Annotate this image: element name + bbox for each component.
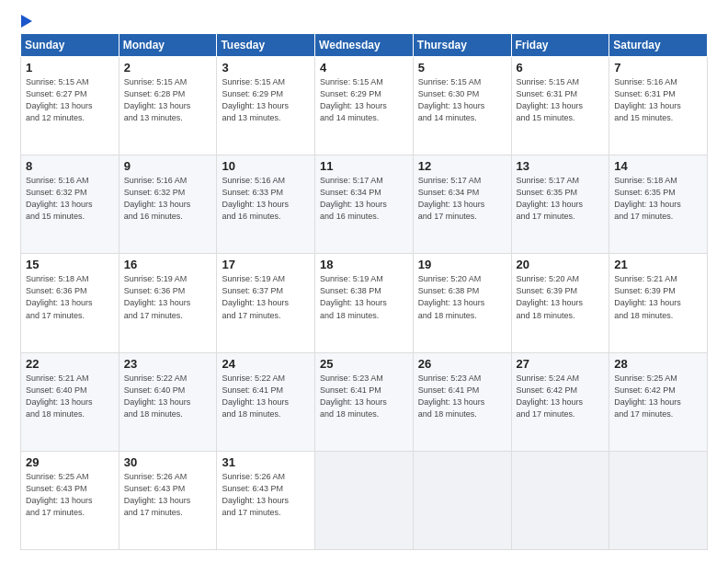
calendar-cell: 8Sunrise: 5:16 AM Sunset: 6:32 PM Daylig… [21, 155, 119, 254]
calendar-cell: 31Sunrise: 5:26 AM Sunset: 6:43 PM Dayli… [217, 451, 315, 549]
logo [20, 17, 32, 28]
calendar-cell: 14Sunrise: 5:18 AM Sunset: 6:35 PM Dayli… [609, 155, 708, 254]
calendar-cell: 29Sunrise: 5:25 AM Sunset: 6:43 PM Dayli… [21, 451, 119, 549]
calendar-cell: 20Sunrise: 5:20 AM Sunset: 6:39 PM Dayli… [511, 254, 609, 352]
day-info: Sunrise: 5:15 AM Sunset: 6:29 PM Dayligh… [222, 76, 310, 124]
day-info: Sunrise: 5:23 AM Sunset: 6:41 PM Dayligh… [320, 373, 408, 420]
calendar-cell: 12Sunrise: 5:17 AM Sunset: 6:34 PM Dayli… [413, 155, 511, 254]
day-number: 17 [222, 258, 310, 271]
day-number: 1 [26, 61, 114, 75]
col-header-friday: Friday [511, 34, 609, 57]
day-number: 10 [222, 159, 310, 173]
day-number: 9 [124, 159, 212, 173]
day-info: Sunrise: 5:26 AM Sunset: 6:43 PM Dayligh… [124, 471, 212, 519]
day-info: Sunrise: 5:15 AM Sunset: 6:30 PM Dayligh… [418, 76, 506, 124]
day-info: Sunrise: 5:16 AM Sunset: 6:33 PM Dayligh… [222, 175, 310, 223]
calendar-table: SundayMondayTuesdayWednesdayThursdayFrid… [20, 33, 708, 550]
day-number: 31 [222, 455, 310, 469]
header [20, 17, 708, 28]
day-info: Sunrise: 5:25 AM Sunset: 6:42 PM Dayligh… [614, 373, 702, 420]
calendar-cell: 17Sunrise: 5:19 AM Sunset: 6:37 PM Dayli… [217, 254, 315, 352]
calendar-cell: 19Sunrise: 5:20 AM Sunset: 6:38 PM Dayli… [413, 254, 511, 352]
day-info: Sunrise: 5:15 AM Sunset: 6:28 PM Dayligh… [124, 76, 212, 124]
col-header-tuesday: Tuesday [217, 34, 315, 57]
calendar-cell: 28Sunrise: 5:25 AM Sunset: 6:42 PM Dayli… [609, 352, 708, 451]
day-info: Sunrise: 5:17 AM Sunset: 6:35 PM Dayligh… [517, 175, 605, 223]
day-number: 2 [124, 61, 212, 75]
day-number: 25 [320, 357, 408, 371]
calendar-cell: 27Sunrise: 5:24 AM Sunset: 6:42 PM Dayli… [511, 352, 609, 451]
logo-arrow-icon [21, 15, 32, 28]
calendar-week-row: 22Sunrise: 5:21 AM Sunset: 6:40 PM Dayli… [21, 352, 708, 451]
calendar-cell: 15Sunrise: 5:18 AM Sunset: 6:36 PM Dayli… [21, 254, 119, 352]
day-info: Sunrise: 5:26 AM Sunset: 6:43 PM Dayligh… [222, 471, 310, 519]
day-number: 29 [26, 455, 114, 469]
day-info: Sunrise: 5:23 AM Sunset: 6:41 PM Dayligh… [418, 373, 506, 420]
day-info: Sunrise: 5:16 AM Sunset: 6:31 PM Dayligh… [614, 76, 702, 124]
day-info: Sunrise: 5:20 AM Sunset: 6:38 PM Dayligh… [418, 273, 506, 321]
day-info: Sunrise: 5:21 AM Sunset: 6:40 PM Dayligh… [26, 373, 114, 420]
day-number: 16 [124, 258, 212, 271]
day-number: 21 [614, 258, 702, 271]
day-info: Sunrise: 5:24 AM Sunset: 6:42 PM Dayligh… [517, 373, 605, 420]
day-info: Sunrise: 5:15 AM Sunset: 6:29 PM Dayligh… [320, 76, 408, 124]
day-number: 7 [614, 61, 702, 75]
calendar-cell: 5Sunrise: 5:15 AM Sunset: 6:30 PM Daylig… [413, 57, 511, 155]
calendar-cell: 4Sunrise: 5:15 AM Sunset: 6:29 PM Daylig… [315, 57, 414, 155]
day-number: 4 [320, 61, 408, 75]
day-info: Sunrise: 5:15 AM Sunset: 6:31 PM Dayligh… [517, 76, 605, 124]
day-number: 26 [418, 357, 506, 371]
calendar-cell: 18Sunrise: 5:19 AM Sunset: 6:38 PM Dayli… [315, 254, 414, 352]
calendar-cell: 1Sunrise: 5:15 AM Sunset: 6:27 PM Daylig… [21, 57, 119, 155]
calendar-cell [315, 451, 414, 549]
calendar-cell: 10Sunrise: 5:16 AM Sunset: 6:33 PM Dayli… [217, 155, 315, 254]
calendar-cell: 6Sunrise: 5:15 AM Sunset: 6:31 PM Daylig… [511, 57, 609, 155]
calendar-week-row: 1Sunrise: 5:15 AM Sunset: 6:27 PM Daylig… [21, 57, 708, 155]
day-number: 8 [26, 159, 114, 173]
day-number: 22 [26, 357, 114, 371]
day-number: 5 [418, 61, 506, 75]
calendar-cell: 24Sunrise: 5:22 AM Sunset: 6:41 PM Dayli… [217, 352, 315, 451]
day-info: Sunrise: 5:22 AM Sunset: 6:41 PM Dayligh… [222, 373, 310, 420]
day-info: Sunrise: 5:20 AM Sunset: 6:39 PM Dayligh… [517, 273, 605, 321]
col-header-monday: Monday [119, 34, 217, 57]
day-number: 18 [320, 258, 408, 271]
calendar-cell [609, 451, 708, 549]
day-info: Sunrise: 5:21 AM Sunset: 6:39 PM Dayligh… [614, 273, 702, 321]
calendar-cell [511, 451, 609, 549]
calendar-cell [413, 451, 511, 549]
calendar-cell: 16Sunrise: 5:19 AM Sunset: 6:36 PM Dayli… [119, 254, 217, 352]
calendar-cell: 30Sunrise: 5:26 AM Sunset: 6:43 PM Dayli… [119, 451, 217, 549]
day-number: 14 [614, 159, 702, 173]
day-info: Sunrise: 5:15 AM Sunset: 6:27 PM Dayligh… [26, 76, 114, 124]
day-number: 28 [614, 357, 702, 371]
day-number: 23 [124, 357, 212, 371]
calendar-cell: 21Sunrise: 5:21 AM Sunset: 6:39 PM Dayli… [609, 254, 708, 352]
calendar-cell: 3Sunrise: 5:15 AM Sunset: 6:29 PM Daylig… [217, 57, 315, 155]
day-info: Sunrise: 5:18 AM Sunset: 6:35 PM Dayligh… [614, 175, 702, 223]
col-header-wednesday: Wednesday [315, 34, 414, 57]
page: SundayMondayTuesdayWednesdayThursdayFrid… [0, 0, 728, 563]
day-number: 11 [320, 159, 408, 173]
day-info: Sunrise: 5:18 AM Sunset: 6:36 PM Dayligh… [26, 273, 114, 321]
day-info: Sunrise: 5:17 AM Sunset: 6:34 PM Dayligh… [418, 175, 506, 223]
day-number: 30 [124, 455, 212, 469]
calendar-cell: 23Sunrise: 5:22 AM Sunset: 6:40 PM Dayli… [119, 352, 217, 451]
day-number: 12 [418, 159, 506, 173]
col-header-thursday: Thursday [413, 34, 511, 57]
day-number: 20 [517, 258, 605, 271]
day-info: Sunrise: 5:16 AM Sunset: 6:32 PM Dayligh… [124, 175, 212, 223]
day-number: 15 [26, 258, 114, 271]
day-info: Sunrise: 5:22 AM Sunset: 6:40 PM Dayligh… [124, 373, 212, 420]
calendar-week-row: 15Sunrise: 5:18 AM Sunset: 6:36 PM Dayli… [21, 254, 708, 352]
calendar-cell: 13Sunrise: 5:17 AM Sunset: 6:35 PM Dayli… [511, 155, 609, 254]
day-info: Sunrise: 5:19 AM Sunset: 6:38 PM Dayligh… [320, 273, 408, 321]
day-info: Sunrise: 5:25 AM Sunset: 6:43 PM Dayligh… [26, 471, 114, 519]
calendar-cell: 22Sunrise: 5:21 AM Sunset: 6:40 PM Dayli… [21, 352, 119, 451]
day-number: 27 [517, 357, 605, 371]
day-info: Sunrise: 5:19 AM Sunset: 6:37 PM Dayligh… [222, 273, 310, 321]
day-number: 3 [222, 61, 310, 75]
calendar-week-row: 8Sunrise: 5:16 AM Sunset: 6:32 PM Daylig… [21, 155, 708, 254]
day-number: 6 [517, 61, 605, 75]
day-info: Sunrise: 5:19 AM Sunset: 6:36 PM Dayligh… [124, 273, 212, 321]
